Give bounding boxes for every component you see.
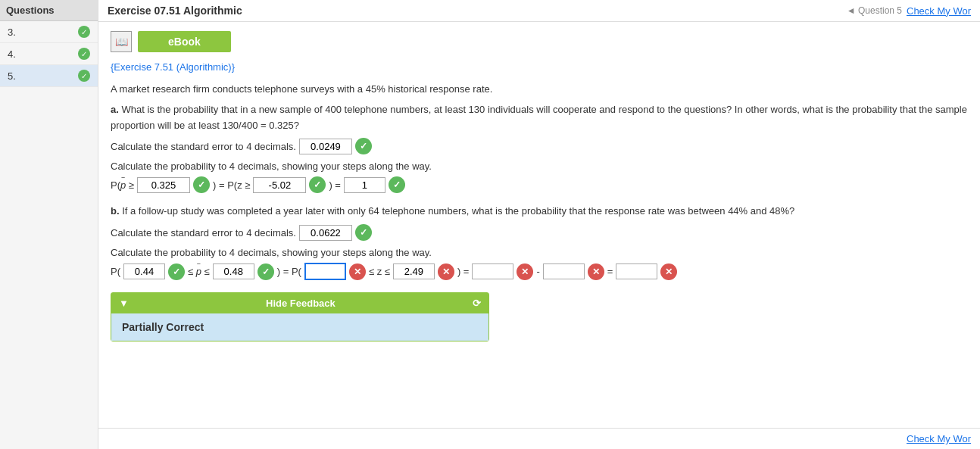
p-val2-input-b[interactable] (213, 263, 254, 279)
feedback-triangle-icon: ▼ (119, 298, 129, 309)
z-input-a[interactable] (253, 177, 306, 193)
eq-b: ) = (457, 266, 470, 277)
p-bar-open-a: P(p ≥ (111, 179, 134, 191)
leq-pbar-b: ≤ p ≤ (188, 266, 210, 277)
part-b-label: b. (111, 205, 120, 217)
check-icon-result-a: ✓ (389, 176, 405, 193)
content-area: 📖 eBook {Exercise 7.51 (Algorithmic)} A … (98, 22, 980, 428)
prob-label-a: Calculate the probability to 4 decimals,… (111, 161, 432, 172)
top-bar: Exercise 07.51 Algorithmic ◄ Question 5 … (98, 0, 980, 22)
sidebar-item-5[interactable]: 5. ✓ (0, 65, 98, 87)
check-icon-p-a: ✓ (193, 176, 210, 193)
ebook-icon: 📖 (111, 31, 132, 52)
feedback-header-label: Hide Feedback (266, 298, 336, 309)
main-content: Exercise 07.51 Algorithmic ◄ Question 5 … (98, 0, 980, 449)
exercise-title: Exercise 07.51 Algorithmic (108, 5, 242, 17)
x-icon-z2-b: ✕ (438, 263, 454, 280)
box2-input-b[interactable] (543, 263, 585, 279)
ebook-button[interactable]: eBook (138, 31, 231, 52)
check-icon-5: ✓ (78, 70, 90, 82)
eq2-b: = (607, 266, 613, 277)
feedback-body: Partially Correct (111, 313, 488, 341)
x-icon-box1-b: ✕ (517, 263, 533, 280)
check-icon-3: ✓ (78, 26, 90, 38)
sidebar-item-5-label: 5. (8, 70, 16, 82)
part-a-header: a. What is the probability that in a new… (111, 102, 968, 134)
leq-z-b: ≤ z ≤ (369, 266, 390, 277)
feedback-status-label: Partially Correct (122, 321, 204, 333)
part-b-header: b. If a follow-up study was completed a … (111, 204, 968, 220)
minus-b: - (536, 266, 539, 277)
prob-label-row-b: Calculate the probability to 4 decimals,… (111, 247, 968, 258)
question-nav: ◄ Question 5 (847, 5, 902, 16)
std-error-label-b: Calculate the standard error to 4 decima… (111, 227, 296, 239)
ebook-row: 📖 eBook (111, 31, 968, 52)
check-icon-std-error-b: ✓ (355, 224, 372, 241)
prob-calc-row-b: P( ✓ ≤ p ≤ ✓ ) = P( ✕ ≤ z ≤ ✕ ) = ✕ - ✕ … (111, 263, 968, 280)
sidebar: Questions 3. ✓ 4. ✓ 5. ✓ (0, 0, 98, 449)
std-error-input-b[interactable] (299, 225, 352, 241)
part-a-text: What is the probability that in a new sa… (111, 104, 967, 131)
feedback-header[interactable]: ▼ Hide Feedback ⟳ (111, 293, 488, 313)
part-a-label: a. (111, 104, 119, 115)
x-icon-z1-b: ✕ (349, 263, 366, 280)
problem-intro: A market research firm conducts telephon… (111, 82, 968, 98)
sidebar-item-4[interactable]: 4. ✓ (0, 43, 98, 65)
prob-label-row-a: Calculate the probability to 4 decimals,… (111, 161, 968, 172)
sidebar-item-3[interactable]: 3. ✓ (0, 21, 98, 43)
feedback-section: ▼ Hide Feedback ⟳ Partially Correct (111, 292, 489, 341)
check-icon-val1-b: ✓ (168, 263, 185, 280)
box3-input-b[interactable] (616, 263, 657, 279)
check-my-work-bottom-link[interactable]: Check My Wor (907, 433, 971, 444)
std-error-row-a: Calculate the standard error to 4 decima… (111, 138, 968, 154)
std-error-row-b: Calculate the standard error to 4 decima… (111, 224, 968, 241)
p-bar-input-a[interactable] (137, 177, 190, 193)
box1-input-b[interactable] (472, 263, 513, 279)
pz-label-a: ) = P(z ≥ (213, 179, 250, 191)
exercise-ref[interactable]: {Exercise 7.51 (Algorithmic)} (111, 61, 235, 73)
p-open-b: P( (111, 266, 120, 277)
result-input-a[interactable] (344, 177, 385, 193)
feedback-refresh-icon: ⟳ (473, 298, 481, 309)
eq-pz-b: ) = P( (277, 266, 301, 277)
top-bar-right: ◄ Question 5 Check My Wor (847, 5, 971, 17)
sidebar-header: Questions (0, 0, 98, 21)
sidebar-item-3-label: 3. (8, 27, 16, 38)
eq-label-a: ) = (329, 179, 341, 191)
part-b-text: If a follow-up study was completed a yea… (122, 205, 794, 217)
std-error-label-a: Calculate the standard error to 4 decima… (111, 141, 296, 152)
x-icon-box3-b: ✕ (660, 263, 677, 280)
std-error-input-a[interactable] (299, 139, 352, 154)
prob-label-b: Calculate the probability to 4 decimals,… (111, 247, 432, 258)
check-icon-4: ✓ (78, 48, 90, 60)
check-icon-val2-b: ✓ (257, 263, 274, 280)
z1-input-b[interactable] (304, 263, 346, 280)
bottom-bar: Check My Wor (98, 428, 980, 449)
p-val1-input-b[interactable] (123, 263, 165, 279)
sidebar-item-4-label: 4. (8, 48, 16, 60)
check-icon-z-a: ✓ (309, 176, 326, 193)
check-icon-std-error-a: ✓ (355, 138, 372, 154)
check-my-work-top-link[interactable]: Check My Wor (907, 5, 971, 17)
x-icon-box2-b: ✕ (588, 263, 604, 280)
z2-input-b[interactable] (393, 263, 435, 279)
prob-calc-row-a: P(p ≥ ✓ ) = P(z ≥ ✓ ) = ✓ (111, 176, 968, 193)
